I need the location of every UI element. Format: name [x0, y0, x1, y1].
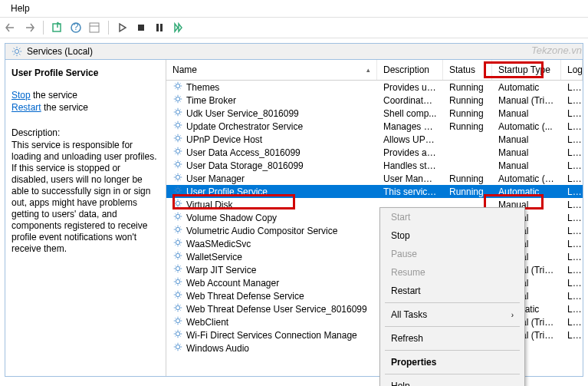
service-logon: Local Sy — [561, 121, 583, 132]
service-row[interactable]: User Data Storage_8016099Handles sto...M… — [166, 159, 583, 172]
svg-point-26 — [176, 305, 179, 309]
service-logon: Local Sy — [561, 160, 583, 171]
service-desc: Allows UPn... — [377, 134, 443, 145]
restart-text: the service — [41, 102, 88, 113]
properties-icon[interactable] — [88, 21, 100, 34]
header-startup-type[interactable]: Startup Type — [492, 60, 561, 80]
svg-point-21 — [176, 240, 179, 244]
forward-icon[interactable] — [23, 21, 35, 34]
pause-icon[interactable] — [153, 21, 166, 34]
service-logon: Local Sy — [561, 226, 583, 236]
svg-point-28 — [176, 332, 179, 335]
service-logon: Local Sy — [561, 265, 583, 275]
service-startup: Automatic — [492, 82, 561, 93]
svg-point-17 — [176, 188, 179, 192]
service-startup: Manual — [492, 134, 561, 145]
service-icon — [172, 133, 183, 146]
service-row[interactable]: User Profile ServiceThis service...Runni… — [166, 185, 583, 198]
service-icon — [172, 185, 183, 198]
service-logon: Local Sy — [561, 108, 583, 119]
toolbar: ? — [0, 18, 588, 38]
tab-services-local[interactable]: Services (Local) — [5, 43, 583, 60]
service-icon — [172, 328, 183, 341]
gear-icon — [11, 46, 22, 57]
menu-stop[interactable]: Stop — [380, 226, 524, 245]
service-name: User Data Access_8016099 — [186, 147, 301, 158]
service-icon — [172, 276, 183, 289]
service-icon — [172, 263, 183, 276]
service-icon — [172, 94, 183, 107]
service-logon: Local Sy — [561, 134, 583, 145]
service-icon — [172, 146, 183, 159]
svg-point-13 — [176, 136, 179, 140]
service-status: Running — [443, 82, 492, 93]
service-name: Volumetric Audio Compositor Service — [186, 226, 337, 236]
menu-refresh[interactable]: Refresh — [380, 329, 524, 348]
service-row[interactable]: User ManagerUser Manag...RunningAutomati… — [166, 172, 583, 185]
menu-help[interactable]: Help — [380, 377, 524, 386]
service-startup: Automatic (... — [492, 121, 561, 132]
service-logon: Local Sy — [561, 278, 583, 289]
menu-all-tasks[interactable]: All Tasks› — [380, 305, 524, 324]
header-status[interactable]: Status — [443, 60, 492, 80]
back-icon[interactable] — [5, 21, 17, 34]
service-icon — [172, 172, 183, 185]
service-startup: Automatic — [492, 186, 561, 197]
svg-point-27 — [176, 318, 179, 322]
svg-point-9 — [176, 84, 179, 87]
service-name: Volume Shadow Copy — [186, 213, 277, 223]
service-logon: Local Sy — [561, 304, 583, 315]
service-name: User Manager — [186, 173, 245, 184]
service-icon — [172, 237, 183, 250]
svg-point-8 — [15, 49, 18, 53]
service-name: Windows Audio — [186, 343, 249, 354]
service-icon — [172, 81, 183, 94]
header-description[interactable]: Description — [377, 60, 443, 80]
svg-point-29 — [176, 345, 179, 348]
service-icon — [172, 302, 183, 315]
svg-point-22 — [176, 253, 179, 257]
restart-icon[interactable] — [172, 21, 184, 34]
service-row[interactable]: UPnP Device HostAllows UPn...ManualLocal… — [166, 133, 583, 146]
service-name: Time Broker — [186, 95, 236, 106]
service-row[interactable]: Update Orchestrator ServiceManages W...R… — [166, 120, 583, 133]
svg-rect-5 — [138, 25, 144, 31]
service-icon — [172, 159, 183, 172]
service-row[interactable]: Udk User Service_8016099Shell comp...Run… — [166, 107, 583, 120]
service-icon — [172, 341, 183, 355]
service-startup: Manual — [492, 147, 561, 158]
header-logon[interactable]: Log On — [561, 60, 583, 80]
service-name: User Profile Service — [186, 186, 268, 197]
service-name: Web Threat Defense User Service_8016099 — [186, 304, 367, 315]
svg-rect-6 — [156, 24, 159, 31]
stop-text: the service — [31, 90, 77, 101]
service-icon — [172, 211, 183, 224]
service-desc: Provides ap... — [377, 147, 443, 158]
export-icon[interactable] — [51, 21, 64, 34]
menu-resume: Resume — [380, 263, 524, 282]
service-desc: Manages W... — [377, 121, 443, 132]
svg-point-10 — [176, 97, 179, 101]
service-logon: Local Sy — [561, 291, 583, 302]
service-name: UPnP Device Host — [186, 134, 262, 145]
column-headers: Name▴ Description Status Startup Type Lo… — [166, 60, 583, 81]
service-row[interactable]: ThemesProvides us...RunningAutomaticLoca… — [166, 81, 583, 94]
header-name[interactable]: Name▴ — [166, 60, 377, 80]
service-desc: Shell comp... — [377, 108, 443, 119]
service-row[interactable]: User Data Access_8016099Provides ap...Ma… — [166, 146, 583, 159]
service-startup: Manual (Trig... — [492, 95, 561, 106]
menu-help[interactable]: Help — [6, 2, 34, 15]
play-icon[interactable] — [117, 21, 129, 34]
service-row[interactable]: Time BrokerCoordinates...RunningManual (… — [166, 94, 583, 107]
service-startup: Manual — [492, 160, 561, 171]
menu-properties[interactable]: Properties — [380, 353, 524, 371]
service-icon — [172, 120, 183, 133]
tab-title: Services (Local) — [27, 46, 93, 57]
stop-icon[interactable] — [135, 21, 147, 34]
svg-rect-3 — [90, 23, 99, 32]
service-logon: Local Sy — [561, 213, 583, 223]
menu-restart[interactable]: Restart — [380, 282, 524, 300]
help-icon[interactable]: ? — [70, 21, 82, 34]
stop-link[interactable]: Stop — [11, 90, 31, 101]
restart-link[interactable]: Restart — [11, 102, 41, 113]
